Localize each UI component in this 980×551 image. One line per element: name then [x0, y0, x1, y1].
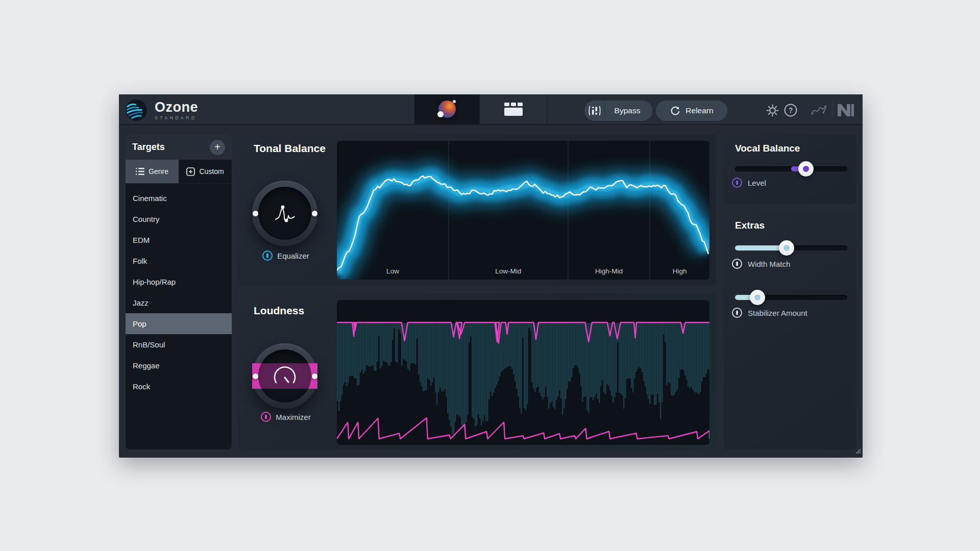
ozone-logo-icon	[126, 99, 147, 121]
modules-icon	[504, 102, 523, 116]
width-match-power-toggle[interactable]	[732, 259, 742, 269]
equalizer-power-toggle[interactable]	[262, 251, 273, 261]
stabilizer-amount-label: Stabilizer Amount	[732, 307, 807, 318]
tab-genre-label: Genre	[149, 167, 168, 176]
genre-item-reggae[interactable]: Reggae	[126, 355, 232, 376]
tonal-balance-display: LowLow-MidHigh-MidHigh	[337, 141, 709, 280]
stabilizer-amount-power-toggle[interactable]	[732, 308, 742, 318]
maximizer-power-toggle[interactable]	[261, 412, 271, 422]
loudness-history-graph	[337, 300, 709, 445]
genre-item-cinematic[interactable]: Cinematic	[126, 188, 232, 209]
tab-custom[interactable]: Custom	[179, 160, 232, 183]
band-label-low-mid: Low-Mid	[495, 267, 521, 275]
extras-title: Extras	[735, 220, 765, 231]
targets-title: Targets	[132, 142, 165, 153]
knob-handle-dot	[253, 211, 258, 216]
ni-logo[interactable]	[837, 104, 854, 117]
assistant-sphere-icon	[438, 101, 456, 118]
genre-item-pop[interactable]: Pop	[126, 313, 232, 334]
svg-text:?: ?	[789, 106, 793, 114]
width-match-slider[interactable]	[735, 240, 847, 256]
targets-panel: Targets + Genre Custom	[125, 134, 232, 450]
vocal-level-label: Level	[732, 177, 766, 188]
genre-item-folk[interactable]: Folk	[126, 251, 232, 271]
vocal-balance-title: Vocal Balance	[735, 143, 800, 154]
maximizer-knob[interactable]	[252, 343, 317, 409]
genre-item-rock[interactable]: Rock	[126, 376, 232, 397]
knob-handle-dot	[253, 373, 258, 379]
genre-item-hip-hop-rap[interactable]: Hip-hop/Rap	[126, 271, 232, 292]
list-icon	[136, 168, 144, 175]
gauge-icon	[272, 365, 298, 387]
bypass-button[interactable]: Bypass	[584, 101, 652, 121]
vocal-level-slider[interactable]	[735, 161, 847, 177]
genre-item-edm[interactable]: EDM	[126, 230, 232, 251]
genre-item-jazz[interactable]: Jazz	[126, 292, 232, 313]
top-bar: Ozone STANDARD	[119, 94, 863, 125]
view-tabs	[414, 94, 547, 124]
targets-tabs: Genre Custom	[126, 160, 232, 184]
add-target-button[interactable]: +	[210, 140, 225, 155]
band-label-high-mid: High-Mid	[595, 267, 623, 275]
genre-item-country[interactable]: Country	[126, 209, 232, 230]
equalizer-module-label: Equalizer	[242, 251, 329, 261]
maximizer-module-label: Maximizer	[242, 412, 329, 422]
settings-gear-icon[interactable]	[766, 104, 779, 117]
slider-thumb[interactable]	[750, 290, 765, 305]
add-square-icon	[186, 167, 195, 176]
tonal-balance-panel: Tonal Balance Equalizer LowLow-MidHigh-M…	[238, 134, 716, 286]
tab-assistant-view[interactable]	[414, 94, 479, 124]
topbar-divider	[832, 102, 832, 117]
loudness-display	[337, 300, 709, 445]
knob-handle-dot	[312, 373, 317, 379]
resize-handle[interactable]	[854, 447, 861, 456]
scribble-icon[interactable]	[810, 104, 828, 117]
bypass-label: Bypass	[605, 106, 652, 115]
slider-thumb[interactable]	[798, 161, 814, 177]
loudness-title: Loudness	[254, 305, 304, 317]
width-match-label: Width Match	[732, 258, 790, 269]
tab-custom-label: Custom	[199, 167, 224, 176]
app-title: Ozone	[155, 101, 198, 114]
vocal-level-power-toggle[interactable]	[732, 178, 742, 188]
tonal-balance-title: Tonal Balance	[254, 142, 326, 155]
stabilizer-amount-slider[interactable]	[735, 290, 847, 305]
extras-panel: Extras Width Match Stabilizer Amount	[724, 213, 856, 450]
targets-header: Targets +	[126, 135, 232, 160]
refresh-icon	[670, 105, 681, 116]
band-label-high: High	[673, 267, 687, 275]
brand: Ozone STANDARD	[126, 99, 198, 121]
knob-handle-dot	[312, 211, 317, 216]
vocal-balance-panel: Vocal Balance Level	[724, 134, 856, 204]
loudness-panel: Loudness Output level: Full Scale Maximi…	[238, 293, 716, 450]
ozone-window: Ozone STANDARD	[119, 94, 863, 458]
band-label-low: Low	[386, 267, 399, 275]
relearn-button[interactable]: Relearn	[656, 101, 727, 121]
genre-list: CinematicCountryEDMFolkHip-hop/RapJazzPo…	[126, 184, 232, 449]
io-meter-icon	[584, 105, 605, 117]
app-edition: STANDARD	[155, 115, 198, 120]
tab-genre[interactable]: Genre	[126, 160, 179, 183]
slider-thumb[interactable]	[779, 240, 794, 256]
help-icon[interactable]: ?	[784, 104, 797, 117]
equalizer-knob[interactable]	[252, 181, 317, 246]
genre-item-rnb-soul[interactable]: RnB/Soul	[126, 334, 232, 355]
eq-curve-icon	[271, 202, 299, 224]
relearn-label: Relearn	[685, 106, 713, 115]
spectrum-curve	[337, 141, 709, 280]
tab-modules-view[interactable]	[479, 94, 547, 124]
